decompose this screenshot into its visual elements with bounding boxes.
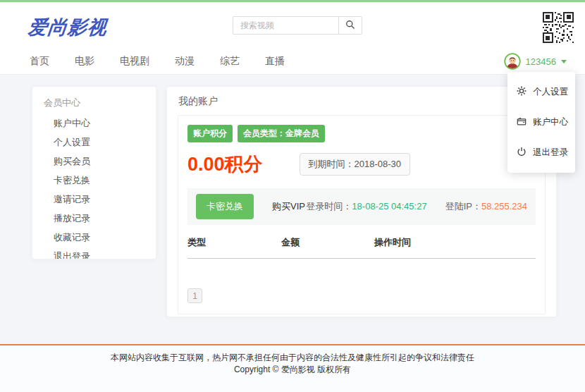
search-icon (345, 20, 355, 32)
user-name: 123456 (526, 56, 556, 67)
site-header: 爱尚影视 (0, 2, 585, 49)
menu-item-label: 个人设置 (533, 86, 568, 98)
badges-row: 账户积分 会员类型：金牌会员 (187, 125, 536, 142)
table-header-row: 类型 金额 操作时间 (187, 236, 536, 259)
nav-item-tv[interactable]: 电视剧 (120, 55, 149, 68)
menu-item-logout[interactable]: 退出登录 (507, 137, 575, 168)
records-table: 类型 金额 操作时间 (187, 236, 536, 288)
member-type-badge: 会员类型：金牌会员 (238, 125, 325, 142)
actions-bar: 卡密兑换 购买VIP 登录时间：18-08-25 04:45:27 登陆IP：5… (187, 188, 536, 225)
menu-item-account-center[interactable]: 账户中心 (507, 107, 575, 137)
expire-date-box: 到期时间：2018-08-30 (300, 153, 411, 176)
login-ip-label: 登陆IP： (445, 201, 481, 212)
page-content: 会员中心 账户中心 个人设置 购买会员 卡密兑换 邀请记录 播放记录 收藏记录 … (0, 75, 585, 344)
sidebar-item-personal-settings[interactable]: 个人设置 (44, 133, 144, 152)
col-header-amount: 金额 (281, 236, 374, 249)
sidebar-item-account-center[interactable]: 账户中心 (44, 114, 144, 133)
wallet-icon (517, 116, 526, 128)
pagination-page-1[interactable]: 1 (187, 288, 202, 303)
chevron-down-icon (561, 60, 567, 63)
col-header-time: 操作时间 (374, 236, 536, 249)
table-body-empty (187, 259, 536, 288)
user-dropdown-menu: 个人设置 账户中心 退出登录 (507, 72, 575, 173)
sidebar-item-card-redeem[interactable]: 卡密兑换 (44, 171, 144, 190)
nav-item-home[interactable]: 首页 (30, 55, 49, 68)
login-info: 登录时间：18-08-25 04:45:27 登陆IP：58.255.234 (306, 200, 527, 213)
sidebar-item-buy-vip[interactable]: 购买会员 (44, 152, 144, 171)
card-redeem-button[interactable]: 卡密兑换 (196, 194, 254, 219)
nav-item-anime[interactable]: 动漫 (175, 55, 195, 68)
qr-code (543, 11, 574, 44)
account-panel: 我的账户 账户积分 会员类型：金牌会员 0.00积分 到期时间：2018-08-… (166, 86, 557, 317)
nav-item-movies[interactable]: 电影 (75, 55, 94, 68)
footer-disclaimer: 本网站内容收集于互联网，热片网不承担任何由于内容的合法性及健康性所引起的争议和法… (0, 352, 585, 364)
power-icon (517, 147, 526, 159)
account-detail-panel: 账户积分 会员类型：金牌会员 0.00积分 到期时间：2018-08-30 卡密… (178, 115, 546, 314)
user-menu-trigger[interactable]: 123456 (504, 53, 567, 70)
points-value: 0.00积分 (187, 152, 263, 177)
points-row: 0.00积分 到期时间：2018-08-30 (187, 152, 536, 177)
login-ip-value: 58.255.234 (481, 201, 527, 212)
gear-icon (517, 86, 526, 98)
page-footer: 本网站内容收集于互联网，热片网不承担任何由于内容的合法性及健康性所引起的争议和法… (0, 344, 585, 392)
login-time-value: 18-08-25 04:45:27 (352, 201, 426, 212)
sidebar-item-invite-records[interactable]: 邀请记录 (44, 190, 144, 209)
search-bar (233, 16, 362, 35)
menu-item-label: 退出登录 (533, 147, 568, 159)
site-logo[interactable]: 爱尚影视 (27, 15, 109, 40)
points-badge: 账户积分 (187, 125, 233, 142)
sidebar-title: 会员中心 (44, 95, 144, 114)
menu-item-label: 账户中心 (533, 116, 568, 128)
user-avatar (504, 53, 521, 70)
menu-item-personal-settings[interactable]: 个人设置 (507, 77, 575, 107)
member-sidebar: 会员中心 账户中心 个人设置 购买会员 卡密兑换 邀请记录 播放记录 收藏记录 … (32, 86, 156, 259)
search-input[interactable] (233, 16, 338, 35)
sidebar-item-favorites[interactable]: 收藏记录 (44, 228, 144, 247)
sidebar-item-play-records[interactable]: 播放记录 (44, 209, 144, 228)
col-header-type: 类型 (187, 236, 281, 249)
search-button[interactable] (338, 16, 362, 35)
main-nav: 首页 电影 电视剧 动漫 综艺 直播 123456 (0, 49, 585, 75)
buy-vip-link[interactable]: 购买VIP (272, 200, 305, 213)
footer-copyright: Copyright © 爱尚影视 版权所有 (0, 364, 585, 376)
login-time-label: 登录时间： (306, 201, 352, 212)
nav-item-variety[interactable]: 综艺 (220, 55, 240, 68)
nav-item-live[interactable]: 直播 (265, 55, 285, 68)
section-title: 我的账户 (167, 87, 556, 115)
sidebar-item-logout[interactable]: 退出登录 (44, 247, 144, 259)
